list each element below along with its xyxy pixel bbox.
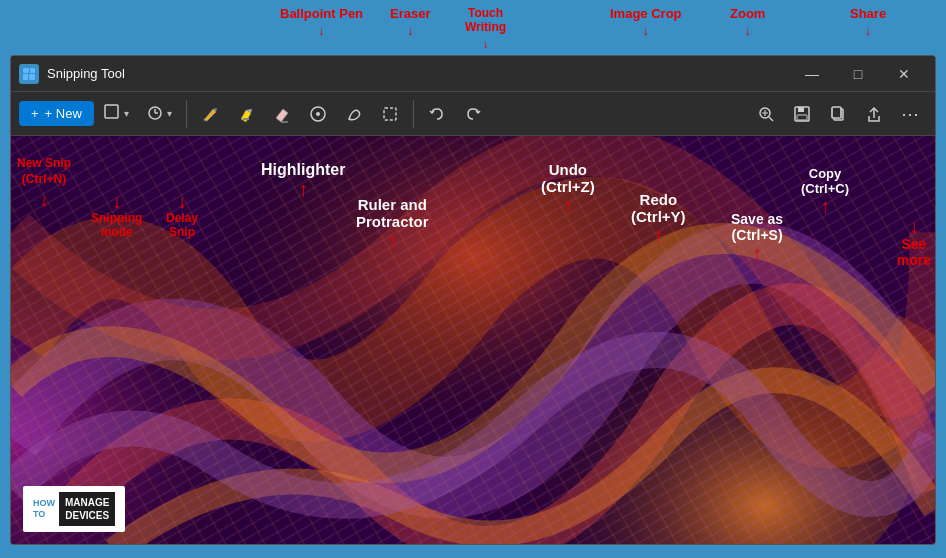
delay-button[interactable]: ▾ (139, 99, 180, 128)
share-button[interactable] (857, 97, 891, 131)
svg-point-27 (391, 219, 925, 544)
app-icon (19, 64, 39, 84)
svg-rect-13 (384, 108, 396, 120)
separator-1 (186, 100, 187, 128)
toolbar: + + New ▾ ▾ (11, 92, 935, 136)
zoom-button[interactable] (749, 97, 783, 131)
redo-button[interactable] (456, 97, 490, 131)
new-snip-annotation: New Snip(Ctrl+N) ↓ (17, 156, 71, 209)
svg-rect-2 (23, 74, 28, 80)
svg-rect-3 (29, 74, 35, 80)
content-area: HOW TO MANAGEDEVICES New Snip(Ctrl+N) ↓ … (11, 136, 935, 544)
snipping-mode-annotation: ↓ Snippingmode (91, 191, 142, 239)
image-crop-button[interactable] (373, 97, 407, 131)
zoom-annotation: Zoom ↓ (730, 6, 765, 38)
snipping-mode-button[interactable]: ▾ (96, 99, 137, 128)
new-button[interactable]: + + New (19, 101, 94, 126)
svg-rect-9 (243, 118, 249, 120)
highlighter-button[interactable] (229, 97, 263, 131)
more-button[interactable]: ⋯ (893, 97, 927, 131)
logo: HOW TO MANAGEDEVICES (23, 486, 125, 532)
title-bar: Snipping Tool — □ ✕ (11, 56, 935, 92)
logo-manage: MANAGEDEVICES (59, 492, 115, 526)
image-crop-annotation: Image Crop ↓ (610, 6, 682, 38)
ruler-protractor-button[interactable] (301, 97, 335, 131)
svg-rect-0 (23, 68, 29, 73)
new-label: + New (45, 106, 82, 121)
snipping-chevron: ▾ (124, 108, 129, 119)
minimize-button[interactable]: — (789, 56, 835, 92)
separator-2 (413, 100, 414, 128)
svg-point-12 (316, 112, 320, 116)
app-title: Snipping Tool (47, 66, 125, 81)
snipping-mode-icon (104, 104, 120, 123)
copy-annotation: Copy(Ctrl+C) ↑ (801, 166, 849, 216)
snipping-tool-window: Snipping Tool — □ ✕ + + New ▾ (10, 55, 936, 545)
delay-icon (147, 104, 163, 123)
undo-annotation: Undo(Ctrl+Z) ↑ (541, 161, 595, 215)
see-more-annotation: ↓ Seemore (897, 216, 931, 268)
window-controls: — □ ✕ (789, 56, 927, 92)
svg-rect-20 (797, 115, 807, 120)
ballpoint-pen-button[interactable] (193, 97, 227, 131)
svg-rect-22 (832, 107, 841, 118)
eraser-annotation: Eraser ↓ (390, 6, 430, 38)
ballpoint-pen-annotation: Ballpoint Pen ↓ (280, 6, 363, 38)
more-dots-icon: ⋯ (901, 103, 920, 125)
delay-snip-annotation: ↓ DelaySnip (166, 191, 198, 239)
eraser-button[interactable] (265, 97, 299, 131)
svg-line-15 (769, 117, 773, 121)
delay-chevron: ▾ (167, 108, 172, 119)
highlighter-annotation: Highlighter ↑ (261, 161, 345, 199)
close-button[interactable]: ✕ (881, 56, 927, 92)
save-as-annotation: Save as(Ctrl+S) ↑ (731, 211, 783, 263)
maximize-button[interactable]: □ (835, 56, 881, 92)
screenshot-image: HOW TO MANAGEDEVICES New Snip(Ctrl+N) ↓ … (11, 136, 935, 544)
logo-howto: HOW TO (33, 498, 55, 520)
save-button[interactable] (785, 97, 819, 131)
undo-button[interactable] (420, 97, 454, 131)
new-icon: + (31, 106, 39, 121)
svg-point-25 (11, 136, 504, 544)
svg-rect-4 (105, 105, 118, 118)
svg-rect-19 (798, 107, 804, 112)
svg-rect-1 (30, 68, 35, 73)
copy-button[interactable] (821, 97, 855, 131)
share-top-annotation: Share ↓ (850, 6, 886, 38)
touch-writing-annotation: TouchWriting ↓ (465, 6, 506, 51)
touch-writing-button[interactable] (337, 97, 371, 131)
svg-rect-24 (11, 136, 935, 544)
redo-annotation: Redo(Ctrl+Y) ↑ (631, 191, 686, 245)
ruler-protractor-annotation: Ruler andProtractor ↑ (356, 196, 429, 250)
